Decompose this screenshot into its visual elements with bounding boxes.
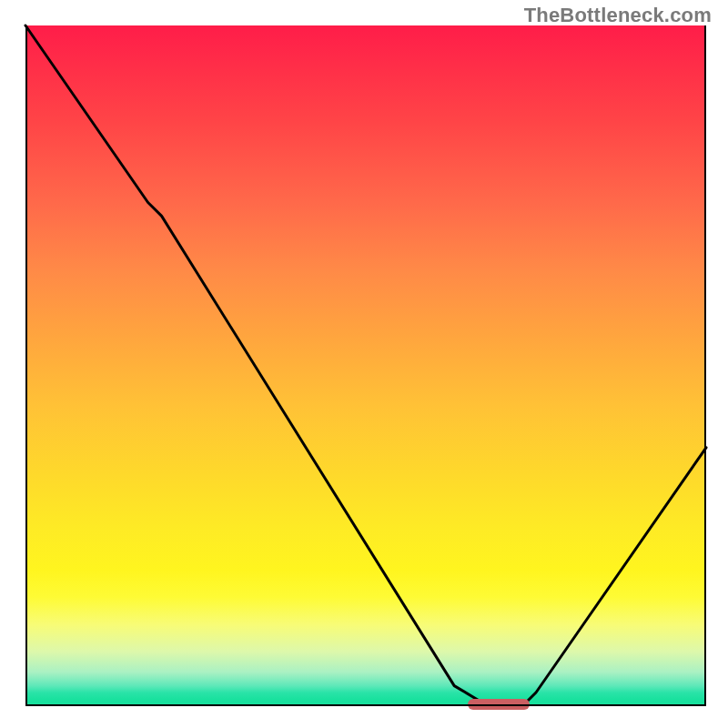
plot-area bbox=[25, 25, 706, 706]
chart-container: TheBottleneck.com bbox=[0, 0, 728, 728]
curve-svg bbox=[25, 25, 706, 706]
optimal-range-marker bbox=[468, 699, 529, 710]
bottleneck-curve bbox=[25, 25, 706, 706]
attribution-text: TheBottleneck.com bbox=[524, 4, 712, 27]
